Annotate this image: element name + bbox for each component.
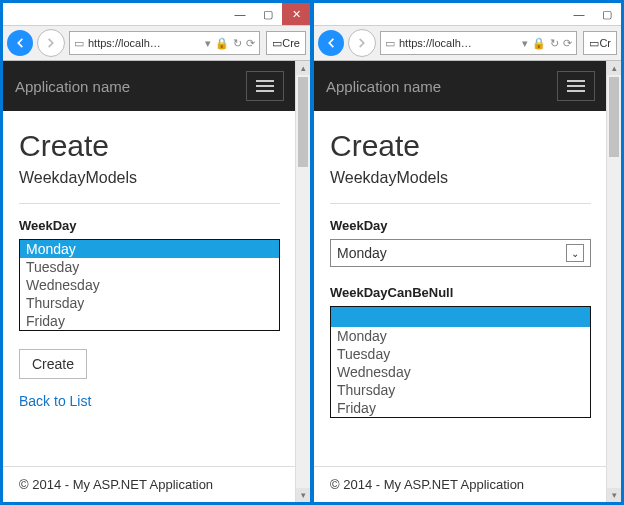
maximize-button[interactable]: ▢ [254,3,282,25]
app-title: Application name [326,78,441,95]
browser-toolbar: ▭ https://localh… ▾ 🔒 ↻ ⟳ ▭ Cr [314,26,621,61]
list-item[interactable]: Friday [20,312,279,330]
weekday-nullable-listbox[interactable]: Monday Tuesday Wednesday Thursday Friday [330,306,591,418]
chevron-down-icon: ⌄ [566,244,584,262]
tab-favicon: ▭ [272,37,282,50]
page-subheading: WeekdayModels [19,169,280,187]
tab-title: Cre [282,37,300,49]
titlebar: — ▢ ✕ [3,3,310,26]
scroll-down-icon[interactable]: ▾ [296,488,310,502]
arrow-left-icon [324,36,338,50]
scroll-down-icon[interactable]: ▾ [607,488,621,502]
tab-bar: ▭ Cr [581,31,617,55]
forward-button[interactable] [348,29,376,57]
tab-bar: ▭ Cre [264,31,306,55]
page-heading: Create [19,129,280,163]
list-item[interactable]: Wednesday [331,363,590,381]
browser-toolbar: ▭ https://localh… ▾ 🔒 ↻ ⟳ ▭ Cre [3,26,310,61]
app-navbar: Application name [314,61,607,111]
scroll-thumb[interactable] [609,77,619,157]
browser-tab[interactable]: ▭ Cre [266,31,306,55]
list-item[interactable]: Wednesday [20,276,279,294]
address-bar-text: https://localh… [88,37,201,49]
browser-tab[interactable]: ▭ Cr [583,31,617,55]
page-icon: ▭ [385,37,395,50]
stop-icon[interactable]: ⟳ [246,37,255,50]
window-right: — ▢ ▭ https://localh… ▾ 🔒 ↻ ⟳ ▭ Cr [314,3,621,502]
weekday-label: WeekDay [19,218,280,233]
maximize-button[interactable]: ▢ [593,3,621,25]
app-navbar: Application name [3,61,296,111]
scroll-thumb[interactable] [298,77,308,167]
window-left: — ▢ ✕ ▭ https://localh… ▾ 🔒 ↻ ⟳ ▭ [3,3,310,502]
back-button[interactable] [318,30,344,56]
list-item-blank[interactable] [331,307,590,327]
titlebar: — ▢ [314,3,621,26]
viewport: Application name Create WeekdayModels We… [314,61,621,502]
page-subheading: WeekdayModels [330,169,591,187]
close-button[interactable]: ✕ [282,3,310,25]
page: Application name Create WeekdayModels We… [314,61,607,502]
weekday-nullable-label: WeekDayCanBeNull [330,285,591,300]
list-item[interactable]: Thursday [331,381,590,399]
select-value: Monday [337,245,387,261]
page-heading: Create [330,129,591,163]
address-bar[interactable]: ▭ https://localh… ▾ 🔒 ↻ ⟳ [69,31,260,55]
minimize-button[interactable]: — [226,3,254,25]
weekday-label: WeekDay [330,218,591,233]
hamburger-icon [567,80,585,82]
arrow-left-icon [13,36,27,50]
tab-favicon: ▭ [589,37,599,50]
page-footer: © 2014 - My ASP.NET Application [3,466,296,502]
list-item[interactable]: Thursday [20,294,279,312]
address-bar-text: https://localh… [399,37,518,49]
back-button[interactable] [7,30,33,56]
minimize-button[interactable]: — [565,3,593,25]
page-icon: ▭ [74,37,84,50]
hamburger-icon [256,80,274,82]
scroll-up-icon[interactable]: ▴ [607,61,621,75]
menu-button[interactable] [557,71,595,101]
page-content: Create WeekdayModels WeekDay Monday Tues… [3,111,296,421]
lock-icon: 🔒 [532,37,546,50]
lock-icon: 🔒 [215,37,229,50]
divider [19,203,280,204]
list-item[interactable]: Monday [20,240,279,258]
scrollbar[interactable]: ▴ ▾ [606,61,621,502]
scroll-up-icon[interactable]: ▴ [296,61,310,75]
address-bar[interactable]: ▭ https://localh… ▾ 🔒 ↻ ⟳ [380,31,577,55]
refresh-icon[interactable]: ↻ [550,37,559,50]
stop-icon[interactable]: ⟳ [563,37,572,50]
forward-button[interactable] [37,29,65,57]
weekday-listbox[interactable]: Monday Tuesday Wednesday Thursday Friday [19,239,280,331]
page-footer: © 2014 - My ASP.NET Application [314,466,607,502]
dropdown-icon[interactable]: ▾ [205,37,211,50]
list-item[interactable]: Tuesday [20,258,279,276]
list-item[interactable]: Tuesday [331,345,590,363]
page: Application name Create WeekdayModels We… [3,61,296,502]
page-content: Create WeekdayModels WeekDay Monday ⌄ We… [314,111,607,430]
weekday-select[interactable]: Monday ⌄ [330,239,591,267]
dropdown-icon[interactable]: ▾ [522,37,528,50]
list-item[interactable]: Friday [331,399,590,417]
back-to-list-link[interactable]: Back to List [19,393,280,409]
scrollbar[interactable]: ▴ ▾ [295,61,310,502]
list-item[interactable]: Monday [331,327,590,345]
create-button[interactable]: Create [19,349,87,379]
arrow-right-icon [44,36,58,50]
arrow-right-icon [355,36,369,50]
refresh-icon[interactable]: ↻ [233,37,242,50]
app-title: Application name [15,78,130,95]
tab-title: Cr [599,37,611,49]
divider [330,203,591,204]
viewport: Application name Create WeekdayModels We… [3,61,310,502]
menu-button[interactable] [246,71,284,101]
